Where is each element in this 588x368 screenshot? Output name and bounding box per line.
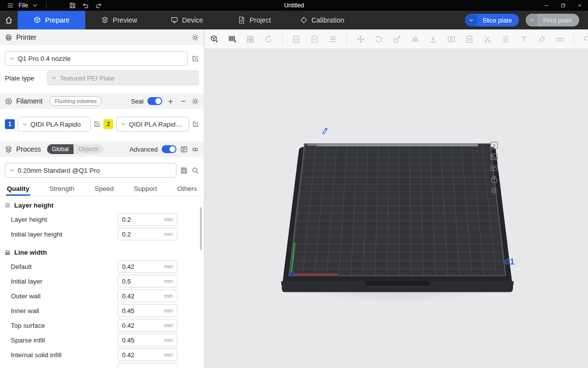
line-width-initial-layer-input[interactable]: 0.5 mm: [118, 275, 177, 288]
print-plate-button[interactable]: Print plate: [526, 14, 579, 26]
search-presets-icon[interactable]: [192, 167, 199, 174]
home-button[interactable]: [0, 11, 18, 29]
printer-settings-gear-icon[interactable]: [192, 34, 199, 41]
filament-1-select[interactable]: QIDI PLA Rapido: [18, 117, 91, 131]
section-title: Line width: [14, 249, 47, 256]
layer-height-input[interactable]: 0.2 mm: [118, 213, 177, 226]
tab-speed[interactable]: Speed: [95, 185, 114, 196]
sidebar: Printer Q1 Pro 0.4 nozzle Plate type: [0, 29, 204, 368]
cut-icon[interactable]: [482, 34, 493, 45]
rotate-icon[interactable]: [373, 34, 384, 45]
lay-flat-icon[interactable]: [428, 34, 439, 45]
remove-filament-button[interactable]: −: [179, 97, 188, 105]
edit-filament-2-icon[interactable]: [192, 121, 199, 128]
minimize-button[interactable]: [538, 0, 555, 11]
add-object-icon[interactable]: [209, 34, 220, 45]
tab-support[interactable]: Support: [134, 185, 157, 196]
seal-toggle[interactable]: [147, 97, 162, 105]
object-list-icon[interactable]: [327, 34, 338, 45]
param-unit: mm: [164, 337, 173, 343]
print-dropdown-icon[interactable]: [526, 14, 538, 26]
plate-surface[interactable]: [289, 143, 506, 276]
param-input-partial[interactable]: [118, 363, 177, 368]
toolbar-divider: [346, 34, 347, 44]
add-filament-button[interactable]: +: [166, 97, 175, 105]
filament-2-value: QIDI PLA Rapido M...: [129, 121, 184, 128]
tab-device[interactable]: Device: [153, 11, 220, 29]
filament-settings-gear-icon[interactable]: [192, 98, 199, 105]
tab-others[interactable]: Others: [177, 185, 197, 196]
variable-layer-height-icon[interactable]: [500, 34, 511, 45]
printer-preset-select[interactable]: Q1 Pro 0.4 nozzle: [5, 51, 188, 66]
add-plate-icon[interactable]: [227, 34, 238, 45]
param-value: 0.2: [122, 231, 164, 238]
flushing-volumes-button[interactable]: Flushing volumes: [49, 96, 102, 106]
advanced-toggle[interactable]: [162, 145, 176, 153]
delete-plate-icon[interactable]: [489, 140, 499, 150]
process-scope-toggle[interactable]: Global Objects: [47, 144, 103, 154]
initial-layer-height-input[interactable]: 0.2 mm: [118, 228, 177, 240]
parameter-table-p-icon[interactable]: P: [309, 34, 320, 45]
scope-objects[interactable]: Objects: [74, 144, 103, 154]
compare-presets-icon[interactable]: [192, 146, 199, 153]
sidebar-scrollbar[interactable]: [200, 207, 202, 250]
tab-calibration[interactable]: Calibration: [288, 11, 356, 29]
filament-2-select[interactable]: QIDI PLA Rapido M...: [116, 117, 189, 131]
tab-prepare[interactable]: Prepare: [18, 11, 85, 29]
auto-arrange-icon[interactable]: [245, 34, 256, 45]
redo-icon[interactable]: [92, 2, 105, 9]
file-menu[interactable]: File: [17, 2, 30, 9]
line-width-outer-wall-input[interactable]: 0.42 mm: [118, 289, 177, 302]
chevron-down-icon: [23, 123, 27, 126]
edit-printer-icon[interactable]: [192, 55, 199, 62]
titlebar-left: File: [0, 2, 105, 9]
text-tool-icon[interactable]: [518, 34, 529, 45]
scope-global[interactable]: Global: [47, 144, 74, 154]
move-icon[interactable]: [355, 34, 366, 45]
param-label: Initial layer height: [11, 231, 62, 238]
process-preset-select[interactable]: 0.20mm Standard @Q1 Pro: [5, 163, 176, 178]
line-width-inner-wall-input[interactable]: 0.45 mm: [118, 304, 177, 317]
plate-name-icon[interactable]: [489, 163, 499, 173]
close-button[interactable]: [571, 0, 588, 11]
line-width-internal-solid-input[interactable]: 0.42 mm: [118, 348, 177, 361]
scale-icon[interactable]: [392, 34, 402, 45]
hamburger-menu-icon[interactable]: [4, 2, 17, 9]
save-preset-icon[interactable]: [180, 167, 188, 174]
plate-type-label: Plate type: [5, 75, 47, 82]
split-to-parts-icon[interactable]: [464, 34, 475, 45]
tab-quality[interactable]: Quality: [7, 185, 29, 196]
mirror-icon[interactable]: [410, 34, 420, 45]
slice-plate-button[interactable]: Slice plate: [465, 14, 519, 26]
file-menu-chevron-icon[interactable]: [30, 4, 40, 7]
plate-settings-icon[interactable]: [489, 185, 499, 195]
restore-button[interactable]: [555, 0, 571, 11]
assembly-view-icon[interactable]: [583, 34, 588, 45]
tab-project[interactable]: Project: [220, 11, 288, 29]
tab-strength[interactable]: Strength: [49, 185, 74, 196]
paint-tool-icon[interactable]: [537, 34, 547, 45]
measure-icon[interactable]: [555, 34, 565, 45]
split-to-objects-icon[interactable]: [446, 34, 457, 45]
viewport-3d[interactable]: 01: [205, 49, 588, 368]
auto-orient-icon[interactable]: [263, 34, 274, 45]
save-icon[interactable]: [66, 2, 79, 9]
printer-preset-value: Q1 Pro 0.4 nozzle: [18, 55, 71, 62]
filament-2-badge[interactable]: 2: [103, 119, 113, 129]
plate-image-icon[interactable]: [489, 152, 499, 161]
plate-type-select[interactable]: Textured PEI Plate: [47, 71, 199, 85]
main-navbar: Prepare Preview Device Project Calibrati…: [0, 11, 588, 29]
undo-icon[interactable]: [79, 2, 92, 9]
edit-filament-1-icon[interactable]: [94, 121, 100, 128]
line-width-sparse-infill-input[interactable]: 0.45 mm: [118, 334, 177, 346]
line-width-top-surface-input[interactable]: 0.42 mm: [118, 319, 177, 332]
plate-edit-pencil-icon[interactable]: [321, 127, 329, 135]
preview-icon: [101, 16, 109, 24]
line-width-default-input[interactable]: 0.42 mm: [118, 260, 177, 273]
lock-plate-icon[interactable]: [489, 174, 499, 184]
filament-1-badge[interactable]: 1: [5, 119, 15, 129]
tab-preview[interactable]: Preview: [85, 11, 153, 29]
slice-dropdown-icon[interactable]: [465, 14, 477, 26]
parameter-table-0-icon[interactable]: 0: [291, 34, 302, 45]
parameter-list-icon[interactable]: [180, 146, 188, 153]
